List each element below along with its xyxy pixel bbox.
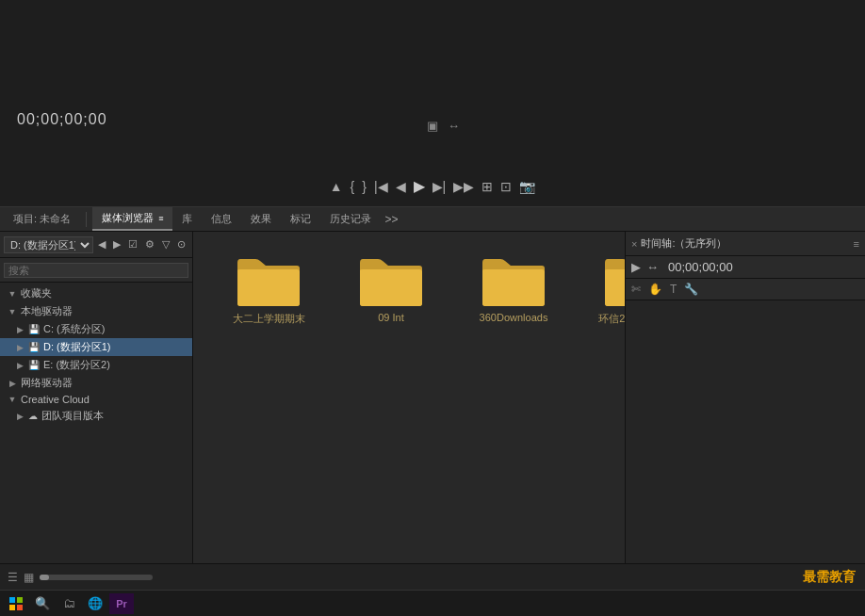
team-projects-label: 团队项目版本: [41, 409, 104, 423]
list-item[interactable]: 大二上学期期末: [212, 246, 325, 332]
grid-view-button[interactable]: ▦: [24, 571, 34, 584]
list-view-button[interactable]: ☰: [8, 571, 18, 584]
tree-item-creative-cloud[interactable]: ▼ Creative Cloud: [0, 392, 192, 407]
view-settings-button[interactable]: ⊙: [174, 237, 188, 251]
drive-e-label: E: (数据分区2): [43, 358, 110, 372]
mark-out-icon[interactable]: {: [351, 179, 355, 194]
local-drives-label: 本地驱动器: [21, 304, 73, 318]
export-frame-icon[interactable]: 📷: [519, 179, 535, 194]
taskbar-files-button[interactable]: 🗂: [57, 593, 81, 614]
tree-item-drive-e[interactable]: ▶ 💾 E: (数据分区2): [0, 356, 192, 374]
tree-item-team-projects[interactable]: ▶ ☁ 团队项目版本: [0, 407, 192, 425]
nav-back-button[interactable]: ◀: [95, 237, 108, 251]
taskbar-start-button[interactable]: [4, 593, 28, 614]
left-panel: D: (数据分区1) ◀ ▶ ☑ ⚙ ▽ ⊙ ▼ 收藏夹 ▼ 本地驱动器: [0, 232, 193, 590]
svg-rect-2: [9, 605, 15, 610]
tree-item-network-drives[interactable]: ▶ 网络驱动器: [0, 374, 192, 392]
timeline-timecode: 00;00;00;00: [668, 260, 733, 274]
expand-d-icon: ▶: [15, 343, 24, 352]
svg-rect-1: [17, 597, 23, 603]
drive-toolbar: D: (数据分区1) ◀ ▶ ☑ ⚙ ▽ ⊙: [0, 232, 192, 258]
network-drives-label: 网络驱动器: [21, 376, 73, 390]
creative-cloud-label: Creative Cloud: [21, 394, 90, 405]
tree-item-drive-c[interactable]: ▶ 💾 C: (系统分区): [0, 320, 192, 338]
taskbar: 🔍 🗂 🌐 Pr: [0, 590, 865, 616]
filter-button[interactable]: ▽: [159, 237, 172, 251]
mark-clip-icon[interactable]: }: [362, 179, 367, 194]
expand-icon[interactable]: ↔: [448, 119, 460, 133]
tree-item-drive-d[interactable]: ▶ 💾 D: (数据分区1): [0, 338, 192, 356]
svg-rect-3: [17, 605, 23, 610]
panel-tabs-row: 项目: 未命名 媒体浏览器 ≡ 库 信息 效果 标记 历史记录 >>: [0, 207, 865, 232]
project-label: 项目: 未命名: [4, 208, 80, 230]
drive-c-label: C: (系统分区): [43, 322, 105, 336]
fit-icon[interactable]: ▣: [427, 119, 438, 133]
taskbar-premiere-button[interactable]: Pr: [109, 593, 134, 614]
go-to-out-icon[interactable]: ▶▶: [453, 179, 474, 194]
tab-library[interactable]: 库: [172, 208, 202, 230]
status-bar: ☰ ▦: [0, 563, 865, 590]
tab-menu-icon[interactable]: ≡: [158, 214, 163, 223]
tab-divider: [86, 212, 87, 227]
zoom-slider-track[interactable]: [40, 575, 153, 580]
favorites-button[interactable]: ☑: [125, 237, 140, 251]
taskbar-search-button[interactable]: 🔍: [30, 593, 55, 614]
team-projects-icon: ☁: [28, 411, 38, 421]
step-forward-icon[interactable]: ▶|: [432, 179, 447, 194]
lift-icon[interactable]: ⊞: [481, 179, 493, 194]
list-item[interactable]: 360Downloads: [457, 246, 570, 332]
timeline-razor-icon[interactable]: ✄: [631, 283, 641, 296]
search-input[interactable]: [4, 263, 188, 278]
step-back-icon[interactable]: ◀: [396, 179, 406, 194]
drive-c-icon: 💾: [28, 324, 40, 334]
tab-media-browser[interactable]: 媒体浏览器 ≡: [92, 207, 172, 231]
expand-cc-icon: ▼: [8, 395, 17, 404]
extract-icon[interactable]: ⊡: [500, 179, 512, 194]
play-icon[interactable]: ▶: [414, 177, 425, 195]
expand-c-icon: ▶: [15, 325, 24, 334]
timeline-select-icon[interactable]: ↔: [646, 260, 659, 274]
expand-team-icon: ▶: [15, 412, 24, 421]
zoom-slider-thumb[interactable]: [40, 575, 49, 580]
drive-e-icon: 💾: [28, 360, 40, 370]
transport-controls: ▲ { } |◀ ◀ ▶ ▶| ▶▶ ⊞ ⊡ 📷: [0, 177, 865, 195]
tabs-overflow-button[interactable]: >>: [384, 213, 398, 226]
timeline-menu-icon[interactable]: ≡: [854, 238, 859, 250]
taskbar-files-icon: 🗂: [63, 596, 75, 610]
tree-item-local-drives[interactable]: ▼ 本地驱动器: [0, 302, 192, 320]
timeline-title: 时间轴:（无序列）: [641, 236, 853, 251]
timeline-text-icon[interactable]: T: [670, 283, 677, 296]
nav-forward-button[interactable]: ▶: [110, 237, 123, 251]
folder-icon-1: [236, 251, 302, 308]
timeline-tools-row: ✄ ✋ T 🔧: [626, 279, 865, 300]
timecode-display: 00;00;00;00: [17, 111, 107, 128]
tab-markers[interactable]: 标记: [281, 208, 320, 230]
tab-effects[interactable]: 效果: [241, 208, 281, 230]
timeline-toolbar: ▶ ↔ 00;00;00;00: [626, 256, 865, 279]
folder-label-1: 大二上学期期末: [233, 312, 305, 326]
taskbar-search-icon: 🔍: [35, 596, 50, 610]
favorites-label: 收藏夹: [21, 286, 52, 300]
go-to-in-icon[interactable]: |◀: [374, 179, 388, 194]
file-tree: ▼ 收藏夹 ▼ 本地驱动器 ▶ 💾 C: (系统分区) ▶ 💾 D: (数据分区…: [0, 283, 192, 590]
tab-info[interactable]: 信息: [202, 208, 241, 230]
drive-selector[interactable]: D: (数据分区1): [4, 236, 93, 253]
folder-label-3: 360Downloads: [480, 312, 548, 323]
folder-icon-3: [481, 251, 547, 308]
taskbar-browser-button[interactable]: 🌐: [83, 593, 107, 614]
timeline-wrench-icon[interactable]: 🔧: [684, 283, 698, 296]
refresh-button[interactable]: ⚙: [142, 237, 157, 251]
timeline-close-button[interactable]: ×: [631, 238, 637, 250]
taskbar-browser-icon: 🌐: [88, 596, 103, 610]
timeline-header: × 时间轴:（无序列） ≡: [626, 232, 865, 256]
tab-history[interactable]: 历史记录: [320, 208, 381, 230]
folder-label-2: 09 Int: [378, 312, 404, 323]
folder-icon-2: [358, 251, 424, 308]
tree-item-favorites[interactable]: ▼ 收藏夹: [0, 284, 192, 302]
timeline-hand-icon[interactable]: ✋: [648, 283, 662, 296]
list-item[interactable]: 09 Int: [335, 246, 448, 332]
top-area: 00;00;00;00 ▣ ↔ ▲ { } |◀ ◀ ▶ ▶| ▶▶ ⊞ ⊡ 📷: [0, 0, 865, 207]
mark-in-icon[interactable]: ▲: [330, 179, 343, 194]
taskbar-premiere-icon: Pr: [116, 598, 127, 609]
timeline-play-icon[interactable]: ▶: [631, 260, 641, 274]
